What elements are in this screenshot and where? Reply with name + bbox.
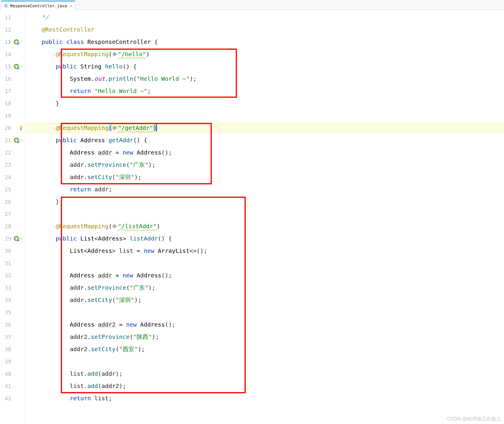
code-line[interactable]: @RequestMapping(▾"/getAddr") <box>25 122 504 134</box>
gutter-line: 37 <box>0 331 25 343</box>
gutter-line: 34 <box>0 294 25 306</box>
gutter-line: 21⊟ <box>0 134 25 146</box>
annotation: @RequestMapping <box>56 51 109 58</box>
code-line[interactable]: list.add(addr); <box>25 368 504 380</box>
gutter-line: 29⊟ <box>0 232 25 245</box>
code-line[interactable]: list.add(addr2); <box>25 380 504 392</box>
code-line[interactable]: */ <box>25 11 504 23</box>
line-number: 25 <box>3 186 11 193</box>
code-line[interactable]: addr.setCity("深圳"); <box>25 171 504 183</box>
code-line[interactable]: addr.setProvince("广东"); <box>25 159 504 171</box>
fold-toggle-icon[interactable]: ⊟ <box>20 40 23 44</box>
code-line[interactable]: List<Address> list = new ArrayList<>(); <box>25 245 504 257</box>
line-number: 35 <box>3 309 11 315</box>
gutter-line: 23 <box>0 159 25 171</box>
gutter-line: 31 <box>0 257 25 269</box>
code-line[interactable] <box>25 355 504 368</box>
string-literal: "西安" <box>119 345 138 353</box>
line-number: 14 <box>3 51 11 57</box>
gutter-line: 41 <box>0 380 25 392</box>
spring-bean-icon[interactable] <box>14 39 19 44</box>
line-number: 39 <box>3 358 11 365</box>
line-number: 31 <box>3 260 11 266</box>
code-line[interactable]: System.out.println("Hello World ~"); <box>25 73 504 85</box>
intention-bulb-icon[interactable]: 💡 <box>18 126 23 130</box>
web-globe-icon[interactable]: ▾ <box>112 125 118 131</box>
code-line[interactable]: public List<Address> listAddr() { <box>25 232 504 245</box>
line-number: 19 <box>3 113 11 119</box>
fold-toggle-icon[interactable]: ⊟ <box>20 237 23 240</box>
line-number: 11 <box>3 14 11 20</box>
gutter-line: 18⊟ <box>0 97 25 109</box>
gutter-line: 36 <box>0 318 25 331</box>
method-name: getAddr <box>109 137 133 144</box>
editor-tab-active[interactable]: C ResponseController.java ✕ <box>1 1 75 10</box>
spring-bean-icon[interactable] <box>14 64 19 69</box>
gutter-line: 25 <box>0 183 25 195</box>
code-line[interactable]: addr2.setCity("西安"); <box>25 343 504 355</box>
fold-toggle-icon[interactable]: ⊟ <box>20 138 23 142</box>
code-line[interactable]: return list; <box>25 392 504 404</box>
line-number: 18 <box>3 100 11 107</box>
close-icon[interactable]: ✕ <box>70 4 72 8</box>
line-number: 36 <box>3 322 11 328</box>
gutter-line: 38 <box>0 343 25 355</box>
code-line[interactable]: @RequestMapping(▾"/hello") <box>25 48 504 60</box>
code-line[interactable] <box>25 208 504 220</box>
annotation: @RequestMapping <box>56 124 109 131</box>
string-literal: "Hello World ~" <box>94 87 147 95</box>
code-line[interactable]: public String hello() { <box>25 60 504 73</box>
watermark-text: CSDN @程序喵正在路上 <box>447 416 501 422</box>
code-line[interactable]: public class ResponseController { <box>25 36 504 48</box>
gutter-line: 28 <box>0 220 25 232</box>
code-line[interactable]: addr.setCity("深圳"); <box>25 294 504 306</box>
gutter-line: 33 <box>0 281 25 294</box>
code-line[interactable]: Address addr = new Address(); <box>25 146 504 159</box>
gutter-line: 40 <box>0 368 25 380</box>
code-line[interactable]: return "Hello World ~"; <box>25 85 504 97</box>
web-globe-icon[interactable]: ▾ <box>112 52 118 57</box>
code-line[interactable] <box>25 109 504 122</box>
code-line[interactable]: addr.setProvince("广东"); <box>25 281 504 294</box>
method-name: listAddr <box>130 235 158 242</box>
gutter-line: 24 <box>0 171 25 183</box>
java-class-icon: C <box>4 4 8 8</box>
code-line[interactable]: return addr; <box>25 183 504 195</box>
line-number: 30 <box>3 248 11 254</box>
line-number: 38 <box>3 346 11 352</box>
spring-bean-icon[interactable] <box>14 138 19 143</box>
line-number: 22 <box>3 150 11 156</box>
line-number: 42 <box>3 395 11 401</box>
code-line[interactable]: } <box>25 195 504 208</box>
editor-code-area[interactable]: CSDN @程序喵正在路上 */ @RestController public … <box>25 10 504 424</box>
code-line[interactable]: addr2.setProvince("陕西"); <box>25 331 504 343</box>
gutter-line: 19 <box>0 109 25 122</box>
code-line[interactable]: public Address getAddr() { <box>25 134 504 146</box>
fold-toggle-icon[interactable]: ⊟ <box>20 65 23 68</box>
gutter-line: 16 <box>0 73 25 85</box>
code-line[interactable]: @RequestMapping(▾"/listAddr") <box>25 220 504 232</box>
spring-bean-icon[interactable] <box>14 236 19 241</box>
code-line[interactable]: Address addr = new Address(); <box>25 269 504 281</box>
web-globe-icon[interactable]: ▾ <box>112 224 118 229</box>
line-number: 26 <box>3 199 11 205</box>
code-line[interactable] <box>25 257 504 269</box>
line-number: 15 <box>3 63 11 70</box>
code-editor[interactable]: 11⊟1213⊟1415⊟161718⊟1920💡21⊟2223242526⊟2… <box>0 10 504 424</box>
string-literal: "Hello World ~" <box>137 75 190 82</box>
code-line[interactable]: Address addr2 = new Address(); <box>25 318 504 331</box>
annotation: @RestController <box>42 26 94 33</box>
code-line[interactable]: @RestController <box>25 23 504 36</box>
gutter-line: 17 <box>0 85 25 97</box>
line-number: 40 <box>3 371 11 377</box>
string-literal: "/listAddr" <box>118 223 156 230</box>
gutter-line: 11⊟ <box>0 11 25 23</box>
gutter-line: 14 <box>0 48 25 60</box>
gutter-line: 22 <box>0 146 25 159</box>
line-number: 12 <box>3 27 11 33</box>
line-number: 13 <box>3 39 11 45</box>
gutter-line: 30 <box>0 245 25 257</box>
code-line[interactable] <box>25 306 504 318</box>
string-literal: "深圳" <box>116 173 134 181</box>
code-line[interactable]: } <box>25 97 504 109</box>
